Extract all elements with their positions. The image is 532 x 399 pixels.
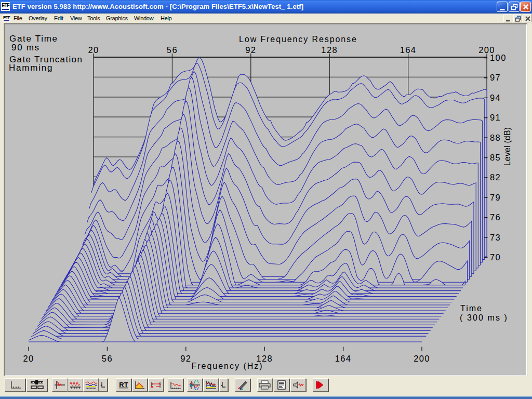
svg-text:128: 128 bbox=[321, 45, 338, 55]
svg-text:88: 88 bbox=[490, 133, 501, 142]
svg-text:( 300 ms ): ( 300 ms ) bbox=[460, 313, 508, 322]
svg-text:Time: Time bbox=[460, 304, 483, 313]
svg-text:20: 20 bbox=[88, 45, 99, 55]
svg-text:85: 85 bbox=[490, 153, 501, 162]
svg-text:92: 92 bbox=[180, 354, 191, 363]
svg-text:56: 56 bbox=[167, 45, 178, 55]
svg-text:Low Frequency Response: Low Frequency Response bbox=[239, 35, 357, 44]
svg-text:164: 164 bbox=[400, 45, 417, 55]
svg-text:91: 91 bbox=[490, 113, 501, 122]
svg-text:92: 92 bbox=[245, 45, 256, 55]
svg-text:97: 97 bbox=[490, 73, 501, 82]
svg-text:73: 73 bbox=[490, 233, 501, 242]
svg-text:79: 79 bbox=[490, 193, 501, 202]
svg-text:56: 56 bbox=[102, 354, 113, 363]
svg-text:Hamming: Hamming bbox=[9, 63, 53, 73]
svg-text:RT: RT bbox=[119, 381, 128, 389]
svg-text:Level (dB): Level (dB) bbox=[503, 127, 512, 166]
svg-text:70: 70 bbox=[490, 252, 501, 262]
svg-text:164: 164 bbox=[335, 354, 352, 363]
svg-text:20: 20 bbox=[23, 354, 34, 363]
svg-text:200: 200 bbox=[414, 354, 430, 363]
svg-text:76: 76 bbox=[490, 212, 501, 222]
svg-text:94: 94 bbox=[490, 93, 501, 102]
svg-text:90 ms: 90 ms bbox=[11, 43, 40, 52]
svg-text:Frequency (Hz): Frequency (Hz) bbox=[191, 362, 263, 370]
svg-text:100: 100 bbox=[490, 53, 507, 62]
svg-text:82: 82 bbox=[490, 172, 501, 182]
